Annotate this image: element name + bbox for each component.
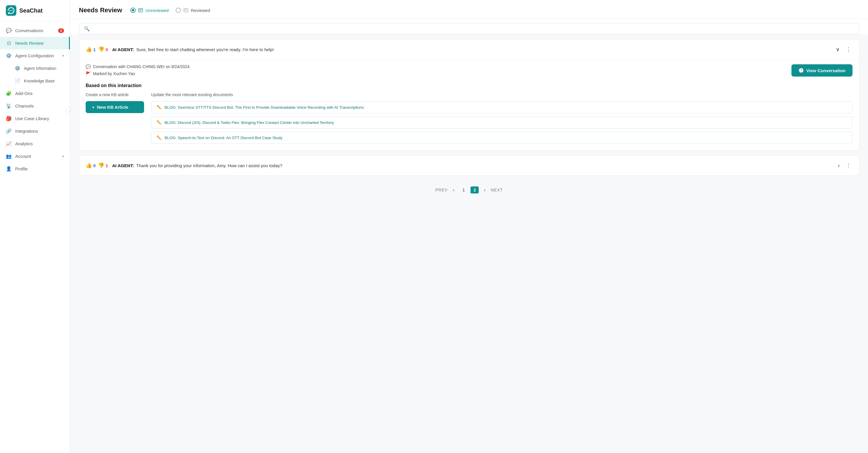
- agent-info-icon: ⚙️: [14, 65, 21, 71]
- thumb-down-icon-2: 👎: [98, 162, 104, 169]
- kb-doc-text-1: BLOG: SeaVoice STT/TTS Discord Bot: The …: [164, 105, 364, 110]
- new-kb-plus-icon: +: [92, 104, 95, 110]
- thumb-up-1: 👍 1: [86, 46, 96, 53]
- sidebar-item-agent-configuration[interactable]: ⚙️ Agent Configuration ▾: [0, 50, 70, 62]
- reviews-list: 👍 1 👎 0 AI AGENT: Sure, feel free to sta…: [70, 34, 868, 453]
- integrations-label: Integrations: [15, 129, 38, 133]
- conversation-info: 💬 Conversation with CHANG CHING WEI on 8…: [86, 64, 190, 69]
- add-ons-icon: 🧩: [6, 91, 12, 96]
- sidebar-item-integrations[interactable]: 🔗 Integrations: [0, 125, 70, 138]
- account-label: Account: [15, 154, 31, 159]
- thumb-down-count-2: 1: [105, 163, 108, 168]
- kb-doc-3[interactable]: ✏️ BLOG: Speech-to-Text on Discord: An S…: [151, 131, 852, 144]
- reviewed-tab-label: Reviewed: [191, 8, 210, 13]
- kb-doc-text-3: BLOG: Speech-to-Text on Discord: An STT …: [164, 135, 282, 140]
- app-name: SeaChat: [19, 7, 43, 14]
- knowledge-base-label: Knowledge Base: [24, 79, 55, 83]
- kb-actions-section: Create a new KB article + New KB Article…: [86, 92, 852, 144]
- marked-by-text: Marked by Xuchen Yao: [93, 71, 135, 76]
- card-1-collapse-button[interactable]: ∨: [835, 45, 841, 54]
- card-1-message: AI AGENT: Sure, feel free to start chatt…: [112, 47, 831, 52]
- card-1-header[interactable]: 👍 1 👎 0 AI AGENT: Sure, feel free to sta…: [79, 39, 859, 59]
- sidebar-item-account[interactable]: 👥 Account ▾: [0, 150, 70, 162]
- card-1-more-button[interactable]: ⋮: [844, 45, 852, 54]
- sidebar-item-channels[interactable]: 📡 Channels: [0, 100, 70, 112]
- profile-label: Profile: [15, 166, 28, 171]
- card-2-actions: › ⋮: [837, 161, 852, 170]
- next-label: NEXT: [491, 188, 503, 192]
- thumb-up-count-1: 1: [93, 47, 96, 52]
- card-2-expand-button[interactable]: ›: [837, 161, 841, 170]
- conversations-label: Conversations: [15, 28, 43, 33]
- logo-icon: [6, 5, 17, 16]
- tab-reviewed[interactable]: Reviewed: [176, 6, 210, 14]
- agent-info-label: Agent Information: [24, 66, 56, 71]
- card-2-header[interactable]: 👍 0 👎 1 AI AGENT: Thank you for providin…: [79, 155, 859, 175]
- profile-icon: 👤: [6, 166, 12, 172]
- prev-button[interactable]: ‹: [451, 186, 457, 193]
- based-on-interaction-title: Based on this interaction: [86, 83, 852, 88]
- kb-doc-edit-icon-1: ✏️: [157, 105, 162, 110]
- search-section: 🔍: [70, 19, 868, 34]
- thumb-down-icon-1: 👎: [98, 46, 104, 53]
- thumb-up-2: 👍 0: [86, 162, 96, 169]
- card-1-text: Sure, feel free to start chatting whenev…: [135, 47, 274, 52]
- sidebar-navigation: 💬 Conversations 2 ⊡ Needs Review ⚙️ Agen…: [0, 21, 70, 453]
- search-icon: 🔍: [84, 26, 90, 32]
- page-header: Needs Review Unreviewed: [70, 0, 868, 19]
- app-logo: SeaChat: [0, 0, 70, 21]
- sidebar-item-agent-information[interactable]: ⚙️ Agent Information: [0, 62, 70, 74]
- kb-doc-1[interactable]: ✏️ BLOG: SeaVoice STT/TTS Discord Bot: T…: [151, 101, 852, 113]
- new-kb-article-button[interactable]: + New KB Article: [86, 101, 144, 113]
- page-2-current[interactable]: 2: [470, 186, 479, 193]
- kb-doc-edit-icon-2: ✏️: [157, 120, 162, 125]
- account-chevron-icon: ▾: [62, 154, 64, 158]
- thumb-up-count-2: 0: [93, 163, 96, 168]
- analytics-label: Analytics: [15, 141, 33, 146]
- flag-icon: 🚩: [86, 71, 91, 76]
- sidebar-item-profile[interactable]: 👤 Profile: [0, 162, 70, 175]
- next-page-button[interactable]: ›: [482, 186, 488, 193]
- channels-icon: 📡: [6, 103, 12, 109]
- agent-config-label: Agent Configuration: [15, 53, 54, 58]
- sidebar-item-use-case-library[interactable]: 🎒 Use Case Library: [0, 112, 70, 125]
- sidebar-item-conversations[interactable]: 💬 Conversations 2: [0, 24, 70, 37]
- thumb-up-icon-2: 👍: [86, 162, 92, 169]
- card-1-meta: 💬 Conversation with CHANG CHING WEI on 8…: [86, 60, 852, 80]
- unreviewed-radio: [130, 8, 135, 13]
- page-1[interactable]: 1: [460, 186, 468, 193]
- svg-rect-4: [138, 8, 143, 12]
- unreviewed-tab-label: Unreviewed: [146, 8, 168, 13]
- create-kb-label: Create a new KB article: [86, 92, 144, 97]
- channels-label: Channels: [15, 103, 34, 109]
- thumb-up-icon-1: 👍: [86, 46, 92, 53]
- review-card-2: 👍 0 👎 1 AI AGENT: Thank you for providin…: [79, 155, 859, 176]
- integrations-icon: 🔗: [6, 128, 12, 134]
- svg-rect-5: [184, 8, 188, 12]
- needs-review-label: Needs Review: [15, 41, 43, 46]
- conversations-badge: 2: [58, 28, 64, 33]
- account-icon: 👥: [6, 153, 12, 159]
- card-2-agent: AI AGENT:: [112, 163, 134, 168]
- card-2-more-button[interactable]: ⋮: [844, 161, 852, 170]
- filter-tabs: Unreviewed Reviewed: [130, 6, 210, 14]
- svg-point-2: [11, 10, 12, 11]
- conversation-icon: 💬: [86, 64, 91, 69]
- kb-doc-2[interactable]: ✏️ BLOG: Discord (3/3): Discord & Twilio…: [151, 116, 852, 129]
- card-1-actions: ∨ ⋮: [835, 45, 852, 54]
- svg-point-1: [10, 10, 10, 11]
- tab-unreviewed[interactable]: Unreviewed: [130, 6, 168, 14]
- vote-group-1: 👍 1 👎 0: [86, 46, 108, 53]
- kb-update-section: Update the most relevant existing docume…: [151, 92, 852, 144]
- analytics-icon: 📈: [6, 141, 12, 146]
- sidebar-item-analytics[interactable]: 📈 Analytics: [0, 138, 70, 150]
- prev-label: PREV: [435, 188, 447, 192]
- sidebar-item-add-ons[interactable]: 🧩 Add-Ons: [0, 87, 70, 100]
- pagination: PREV ‹ 1 2 › NEXT: [79, 180, 859, 194]
- sidebar-item-needs-review[interactable]: ⊡ Needs Review: [0, 37, 70, 50]
- search-input[interactable]: [93, 26, 854, 31]
- kb-doc-text-2: BLOG: Discord (3/3): Discord & Twilio Fl…: [164, 120, 334, 125]
- sidebar-item-knowledge-base[interactable]: 📄 Knowledge Base: [0, 74, 70, 87]
- view-conversation-button[interactable]: 🕐 View Conversation: [792, 64, 852, 77]
- thumb-down-count-1: 0: [105, 47, 108, 52]
